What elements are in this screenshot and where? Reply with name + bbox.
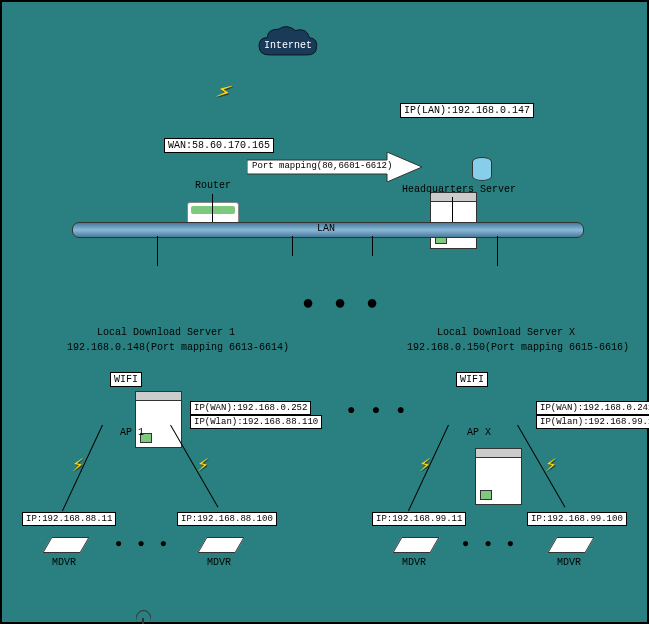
ap-1-ip-wan: IP(WAN):192.168.0.252 <box>190 401 311 415</box>
router-label: Router <box>195 180 231 191</box>
local-server-1-label: Local Download Server 1 <box>97 327 235 338</box>
lightning-icon: ⚡ <box>419 452 431 477</box>
database-icon <box>472 157 492 181</box>
hq-server-icon <box>430 192 477 249</box>
local-server-1-icon <box>135 391 182 448</box>
internet-cloud: Internet <box>252 22 322 67</box>
ap-x-ip-wan: IP(WAN):192.168.0.242 <box>536 401 649 415</box>
lightning-icon: ⚡ <box>197 452 209 477</box>
local-server-x-info: 192.168.0.150(Port mapping 6615-6616) <box>407 342 629 353</box>
mdvr-label: MDVR <box>402 557 426 568</box>
wifi-label-2: WIFI <box>456 372 488 387</box>
ap-1-label: AP 1 <box>120 427 144 438</box>
hq-ip-label: IP(LAN):192.168.0.147 <box>400 103 534 118</box>
local-server-1-info: 192.168.0.148(Port mapping 6613-6614) <box>67 342 289 353</box>
port-mapping-label: Port mapping(80,6601-6612) <box>252 161 392 171</box>
mdvr-label: MDVR <box>207 557 231 568</box>
ellipsis-icon: ● ● ● <box>462 537 518 551</box>
ap-x-ip-wlan: IP(Wlan):192.168.99.110 <box>536 415 649 429</box>
local-server-x-icon <box>475 448 522 505</box>
ellipsis-icon: ● ● ● <box>347 402 409 418</box>
mdvr-icon <box>42 537 89 553</box>
lightning-icon: ⚡ <box>545 452 557 477</box>
router-icon <box>187 202 239 224</box>
internet-label: Internet <box>264 40 312 51</box>
ap-x-label: AP X <box>467 427 491 438</box>
ap-1-ip-wlan: IP(Wlan):192.168.88.110 <box>190 415 322 429</box>
ellipsis-icon: ● ● ● <box>115 537 171 551</box>
mdvr-label: MDVR <box>52 557 76 568</box>
mdvr-ip-1: IP:192.168.88.11 <box>22 512 116 526</box>
mdvr-ip-3: IP:192.168.99.11 <box>372 512 466 526</box>
local-server-x-label: Local Download Server X <box>437 327 575 338</box>
lightning-icon: ⚡ <box>72 452 84 477</box>
ellipsis-icon: ● ● ● <box>302 292 382 315</box>
lightning-icon: ⚡ <box>212 75 236 107</box>
mdvr-ip-4: IP:192.168.99.100 <box>527 512 627 526</box>
antenna-icon <box>142 618 144 624</box>
router-wan-label: WAN:58.60.170.165 <box>164 138 274 153</box>
hq-server-label: Headquarters Server <box>402 184 516 195</box>
mdvr-icon <box>547 537 594 553</box>
wifi-label-1: WIFI <box>110 372 142 387</box>
mdvr-icon <box>392 537 439 553</box>
mdvr-ip-2: IP:192.168.88.100 <box>177 512 277 526</box>
port-mapping-arrow: Port mapping(80,6601-6612) <box>247 152 422 182</box>
lan-label: LAN <box>317 223 335 234</box>
mdvr-icon <box>197 537 244 553</box>
mdvr-label: MDVR <box>557 557 581 568</box>
